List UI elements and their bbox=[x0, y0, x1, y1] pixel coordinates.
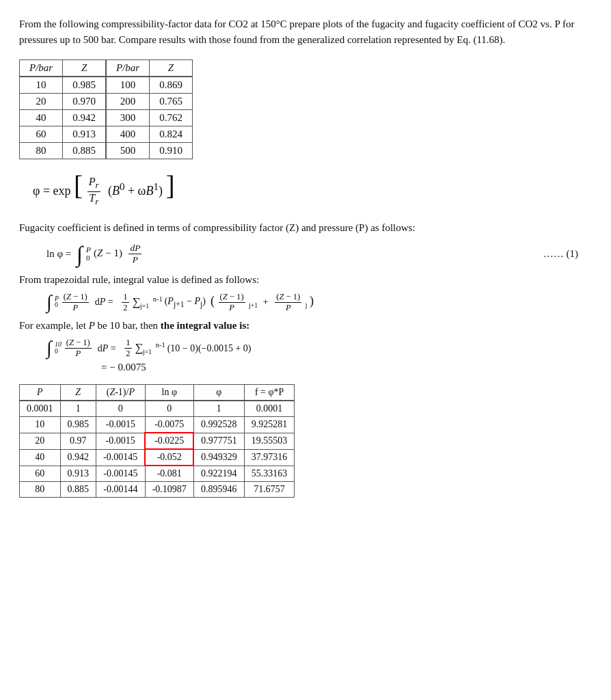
top-data-table-wrapper: P/bar Z P/bar Z 100.9851000.869200.97020… bbox=[19, 59, 592, 159]
table-cell: 0.910 bbox=[150, 142, 193, 159]
table-cell: 0.97 bbox=[60, 433, 96, 449]
equation-number: …… (1) bbox=[543, 248, 592, 260]
table-cell: 9.925281 bbox=[244, 417, 295, 433]
phi-symbol: φ = exp bbox=[33, 184, 71, 198]
left-bracket: [ bbox=[74, 171, 83, 201]
table-cell: 200 bbox=[106, 93, 150, 109]
table-row: 0.000110010.0001 bbox=[20, 401, 295, 417]
res-col-Z: Z bbox=[60, 385, 96, 401]
table-row: 600.913-0.00145-0.0810.92219455.33163 bbox=[20, 466, 295, 482]
col-header-z1: Z bbox=[63, 59, 106, 77]
table-cell: 20 bbox=[20, 93, 63, 109]
res-col-lnphi: ln φ bbox=[145, 385, 193, 401]
table-cell: 0.970 bbox=[63, 93, 106, 109]
table-cell: -0.052 bbox=[145, 449, 193, 466]
table-cell: 1 bbox=[60, 401, 96, 417]
top-data-table: P/bar Z P/bar Z 100.9851000.869200.97020… bbox=[19, 59, 193, 159]
table-cell: -0.0015 bbox=[96, 417, 146, 433]
example-text: For example, let P be 10 bar, then the i… bbox=[19, 317, 592, 334]
table-cell: 100 bbox=[106, 77, 150, 94]
table-cell: 0.824 bbox=[150, 126, 193, 142]
table-cell: 0.985 bbox=[60, 417, 96, 433]
example-formula-line: ∫ 10 0 (Z − 1) P dP = 1 2 ∑ j=1 n-1 (10 … bbox=[46, 338, 592, 359]
example-result: = − 0.0075 bbox=[101, 362, 592, 373]
pr-tr-fraction: Pr Tr bbox=[87, 176, 100, 207]
table-cell: -0.081 bbox=[145, 466, 193, 482]
table-cell: 0 bbox=[145, 401, 193, 417]
results-table: P Z (Z-1)/P ln φ φ f = φ*P 0.000110010.0… bbox=[19, 384, 295, 498]
table-cell: 40 bbox=[20, 109, 63, 126]
table-cell: 0.942 bbox=[60, 449, 96, 466]
table-cell: 0.0001 bbox=[244, 401, 295, 417]
intro-paragraph: From the following compressibility-facto… bbox=[19, 16, 592, 49]
table-cell: 0.0001 bbox=[20, 401, 61, 417]
table-cell: 0.913 bbox=[63, 126, 106, 142]
table-cell: 0.762 bbox=[150, 109, 193, 126]
table-row: 200.97-0.0015-0.02250.97775119.55503 bbox=[20, 433, 295, 449]
table-cell: 80 bbox=[20, 482, 61, 498]
trapezoidal-text: From trapezoidal rule, integral value is… bbox=[19, 271, 592, 288]
res-col-f: f = φ*P bbox=[244, 385, 295, 401]
table-cell: 71.6757 bbox=[244, 482, 295, 498]
table-cell: -0.00144 bbox=[96, 482, 146, 498]
table-cell: 10 bbox=[20, 417, 61, 433]
table-row: 800.885-0.00144-0.109870.89594671.6757 bbox=[20, 482, 295, 498]
res-col-ZP: (Z-1)/P bbox=[96, 385, 146, 401]
table-cell: 40 bbox=[20, 449, 61, 466]
table-cell: 500 bbox=[106, 142, 150, 159]
res-col-phi: φ bbox=[193, 385, 244, 401]
table-cell: 0.949329 bbox=[193, 449, 244, 466]
integrand: (Z − 1) dP P bbox=[94, 243, 143, 265]
table-cell: 0.985 bbox=[63, 77, 106, 94]
table-cell: -0.10987 bbox=[145, 482, 193, 498]
table-cell: 1 bbox=[193, 401, 244, 417]
table-cell: 0.885 bbox=[63, 142, 106, 159]
table-cell: 37.97316 bbox=[244, 449, 295, 466]
table-cell: 0.895946 bbox=[193, 482, 244, 498]
right-bracket: ] bbox=[165, 171, 174, 201]
col-header-p1: P/bar bbox=[20, 59, 63, 77]
table-cell: 0.992528 bbox=[193, 417, 244, 433]
table-cell: -0.0225 bbox=[145, 433, 193, 449]
col-header-p2: P/bar bbox=[106, 59, 150, 77]
table-cell: 80 bbox=[20, 142, 63, 159]
ln-phi-lhs: ln φ = bbox=[46, 248, 74, 260]
formula-inner: (B0 + ωB1) bbox=[105, 184, 163, 198]
table-cell: 0.765 bbox=[150, 93, 193, 109]
table-cell: -0.0075 bbox=[145, 417, 193, 433]
table-cell: -0.00145 bbox=[96, 466, 146, 482]
integral-with-limits: ∫ P 0 bbox=[77, 245, 83, 263]
table-cell: 0 bbox=[96, 401, 146, 417]
res-col-P: P bbox=[20, 385, 61, 401]
table-cell: 55.33163 bbox=[244, 466, 295, 482]
table-cell: 0.869 bbox=[150, 77, 193, 94]
table-cell: 60 bbox=[20, 126, 63, 142]
table-cell: 20 bbox=[20, 433, 61, 449]
table-cell: 10 bbox=[20, 77, 63, 94]
table-cell: -0.0015 bbox=[96, 433, 146, 449]
table-cell: 300 bbox=[106, 109, 150, 126]
table-cell: 0.922194 bbox=[193, 466, 244, 482]
table-cell: 19.55503 bbox=[244, 433, 295, 449]
table-cell: 400 bbox=[106, 126, 150, 142]
integral-formula-line: ln φ = ∫ P 0 (Z − 1) dP P …… (1) bbox=[46, 243, 592, 265]
table-cell: 0.977751 bbox=[193, 433, 244, 449]
table-cell: 60 bbox=[20, 466, 61, 482]
trap-formula-line: ∫ P 0 (Z − 1) P dP = 1 2 ∑ j=1 n-1 (Pj+1… bbox=[46, 292, 592, 313]
table-cell: 0.913 bbox=[60, 466, 96, 482]
fugacity-def-text: Fugacity coefficient is defined in terms… bbox=[19, 219, 592, 236]
table-cell: -0.00145 bbox=[96, 449, 146, 466]
table-cell: 0.942 bbox=[63, 109, 106, 126]
table-row: 400.942-0.00145-0.0520.94932937.97316 bbox=[20, 449, 295, 466]
table-row: 100.985-0.0015-0.00750.9925289.925281 bbox=[20, 417, 295, 433]
table-cell: 0.885 bbox=[60, 482, 96, 498]
phi-formula: φ = exp [ Pr Tr (B0 + ωB1) ] bbox=[33, 173, 592, 208]
col-header-z2: Z bbox=[150, 59, 193, 77]
